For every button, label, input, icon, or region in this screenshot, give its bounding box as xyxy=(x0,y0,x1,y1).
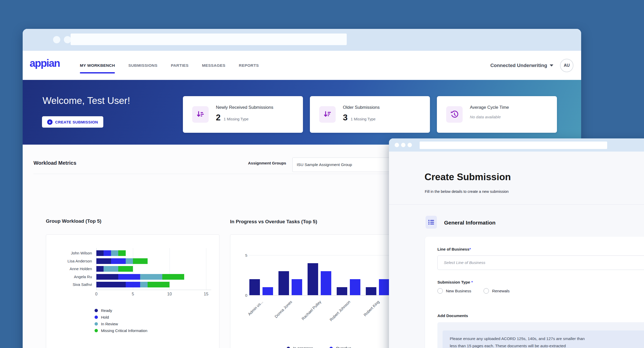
hero-banner: Welcome, Test User! + CREATE SUBMISSION … xyxy=(23,80,581,145)
inprogress-overdue-chart-title: In Progress vs Overdue Tasks (Top 5) xyxy=(230,219,317,225)
metric-card-subtext: 1 Missing Type xyxy=(224,117,248,121)
bar-segment-missing-critical-information xyxy=(118,250,125,256)
nav-item-reports[interactable]: REPORTS xyxy=(239,61,259,70)
avatar[interactable]: AU xyxy=(560,59,573,72)
create-submission-button[interactable]: + CREATE SUBMISSION xyxy=(42,116,103,128)
window-control-dot[interactable] xyxy=(64,36,71,43)
address-bar[interactable] xyxy=(420,142,607,149)
bar-segment-ready xyxy=(96,274,118,280)
bar-segment-ready xyxy=(96,258,111,264)
metric-card-subtext: 1 Missing Type xyxy=(351,117,375,121)
assignment-groups-select[interactable]: ISU Sample Assignment Group xyxy=(292,158,401,172)
legend-dot xyxy=(95,316,98,319)
radio-label: Renewals xyxy=(492,289,510,293)
bar-segment-in-review xyxy=(104,266,118,272)
window-control-dot[interactable] xyxy=(401,143,405,147)
category-label: Siva Sathvi xyxy=(46,282,92,287)
metric-card[interactable]: Newly Received Submissions21 Missing Typ… xyxy=(183,96,303,133)
bar-segment-ready xyxy=(96,266,104,272)
group-workload-chart: 051015John WilsonLisa AndersonAnne Holde… xyxy=(46,234,219,348)
top-navbar: appian MY WORKBENCHSUBMISSIONSPARTIESMES… xyxy=(23,51,581,80)
bar-segment-in-review xyxy=(111,250,118,256)
legend-dot xyxy=(329,347,333,348)
legend-label: In Review xyxy=(101,322,118,326)
metric-card[interactable]: Average Cycle TimeNo data available xyxy=(437,96,557,133)
window-control-dot[interactable] xyxy=(395,143,399,147)
general-information-card: Line of Business* Select Line of Busines… xyxy=(425,237,644,348)
legend-item: Hold xyxy=(95,314,147,320)
nav-item-parties[interactable]: PARTIES xyxy=(171,61,189,70)
legend-item: Missing Critical Information xyxy=(95,327,147,334)
acord-notice-line1: Please ensure any uploaded ACORD 125s, 1… xyxy=(450,335,644,342)
metric-card[interactable]: Older Submissions31 Missing Type xyxy=(310,96,430,133)
sort-descending-icon xyxy=(192,106,209,123)
y-axis-tick: 5 xyxy=(237,253,247,258)
acord-notice: Please ensure any uploaded ACORD 125s, 1… xyxy=(443,330,644,348)
address-bar[interactable] xyxy=(71,34,347,45)
metric-card-title: Older Submissions xyxy=(343,105,380,110)
browser-chrome xyxy=(389,138,644,152)
inprogress-overdue-chart: 05Admin us...Donna JonesRachael PulleyRo… xyxy=(230,234,408,348)
category-label: Lisa Anderson xyxy=(46,259,92,263)
chart-legend: In progressOverdue xyxy=(230,345,408,348)
bar-overdue xyxy=(379,279,389,295)
metric-card-value: 2 xyxy=(216,113,221,122)
x-axis-tick: 10 xyxy=(167,292,172,296)
x-axis-line xyxy=(249,295,408,295)
add-documents-label: Add Documents xyxy=(437,313,468,318)
create-submission-title: Create Submission xyxy=(425,172,511,183)
required-asterisk: * xyxy=(471,280,473,284)
line-of-business-label: Line of Business* xyxy=(437,247,471,252)
radio-label: New Business xyxy=(446,289,471,293)
submission-type-radios: New BusinessRenewals xyxy=(437,288,510,294)
x-axis-line xyxy=(96,290,211,290)
acord-notice-line2: less than 15 pages each. These documents… xyxy=(450,342,644,348)
appian-logo[interactable]: appian xyxy=(30,57,60,69)
required-asterisk: * xyxy=(469,247,471,251)
navbar-right: Connected Underwriting AU xyxy=(490,51,573,80)
window-control-dot[interactable] xyxy=(408,143,412,147)
bar-overdue xyxy=(262,287,273,295)
bar-overdue xyxy=(321,271,331,295)
nav-item-submissions[interactable]: SUBMISSIONS xyxy=(128,61,157,70)
org-switcher-dropdown[interactable]: Connected Underwriting xyxy=(490,63,553,68)
group-workload-chart-title: Group Workload (Top 5) xyxy=(46,218,101,224)
legend-label: Overdue xyxy=(336,346,351,348)
general-information-heading: General Information xyxy=(444,220,496,226)
x-axis-tick: 5 xyxy=(132,292,134,296)
bar-in-progress xyxy=(249,279,260,295)
legend-label: Ready xyxy=(101,308,112,313)
legend-dot xyxy=(95,322,98,326)
browser-chrome xyxy=(23,29,581,51)
radio-option-new-business[interactable]: New Business xyxy=(437,288,471,294)
window-controls xyxy=(395,143,412,147)
bar-segment-missing-critical-information xyxy=(162,274,184,280)
radio-option-renewals[interactable]: Renewals xyxy=(484,288,510,294)
x-axis-tick: 15 xyxy=(204,292,208,296)
create-submission-button-label: CREATE SUBMISSION xyxy=(55,120,98,124)
bar-in-progress xyxy=(278,271,289,295)
submission-type-label: Submission Type * xyxy=(437,280,473,285)
legend-item: Ready xyxy=(95,307,147,314)
workload-metrics-heading: Workload Metrics xyxy=(33,160,76,166)
legend-item: In progress xyxy=(287,345,313,348)
line-of-business-select[interactable]: Select Line of Business xyxy=(437,255,644,270)
bar-segment-hold xyxy=(111,258,126,264)
category-label: Angela Ru xyxy=(46,275,92,279)
nav-item-messages[interactable]: MESSAGES xyxy=(202,61,225,70)
window-control-dot[interactable] xyxy=(53,36,60,43)
category-label: Anne Holden xyxy=(46,267,92,271)
divider xyxy=(389,204,644,205)
gridline xyxy=(249,255,405,255)
y-axis-tick: 0 xyxy=(237,293,247,297)
bar-segment-missing-critical-information xyxy=(148,282,170,287)
metric-card-no-data: No data available xyxy=(470,115,501,119)
legend-dot xyxy=(95,329,98,332)
bar-segment-in-review xyxy=(140,282,147,287)
create-submission-subtitle: Fill in the below details to create a ne… xyxy=(425,189,509,194)
bar-segment-ready xyxy=(96,250,104,256)
upload-panel[interactable]: Please ensure any uploaded ACORD 125s, 1… xyxy=(437,322,644,348)
nav-item-my-workbench[interactable]: MY WORKBENCH xyxy=(80,61,115,70)
x-axis-tick: 0 xyxy=(95,292,98,296)
metric-card-value-row: 31 Missing Type xyxy=(343,113,376,122)
